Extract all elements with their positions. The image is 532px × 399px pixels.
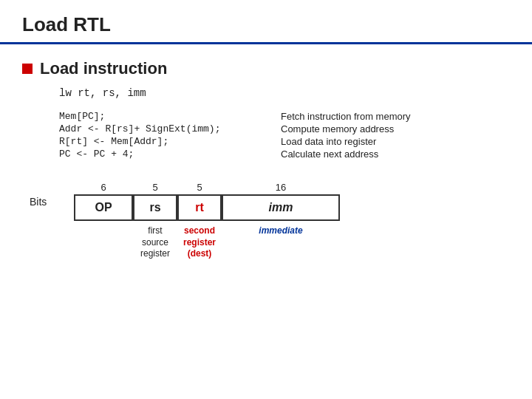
rt-label: second register (dest) <box>177 225 222 260</box>
main-content: Load instruction lw rt, rs, imm Mem[PC];… <box>0 59 532 260</box>
rt-label-line1: second <box>184 225 215 236</box>
rs-label-line3: register <box>140 248 170 259</box>
rt-label-line2: register <box>183 237 216 248</box>
rs-bit-group: 5 rs <box>133 182 177 221</box>
op-label-spacer <box>74 225 133 260</box>
op-bit-group: 6 OP <box>74 182 133 221</box>
bit-numbers-row: Bits 6 OP 5 rs 5 rt 16 imm <box>30 182 510 221</box>
bits-label: Bits <box>30 196 74 208</box>
instruction-diagram: Bits 6 OP 5 rs 5 rt 16 imm <box>30 182 510 260</box>
imm-field: imm <box>222 194 340 221</box>
imm-bit-group: 16 imm <box>222 182 340 221</box>
title-divider <box>0 42 532 44</box>
imm-bits: 16 <box>276 182 286 193</box>
rtl-desc-3: Load data into register <box>281 136 510 147</box>
rtl-code-2: Addr <- R[rs]+ SignExt(imm); <box>59 123 281 134</box>
rtl-code-4: PC <- PC + 4; <box>59 149 281 160</box>
rtl-table: Mem[PC]; Fetch instruction from memory A… <box>59 111 510 160</box>
rt-label-line3: (dest) <box>188 248 212 259</box>
imm-label-line1: immediate <box>259 225 302 236</box>
section-header: Load instruction <box>22 59 510 78</box>
rs-label-line1: first <box>148 225 162 236</box>
op-field: OP <box>74 194 133 221</box>
code-line: lw rt, rs, imm <box>59 87 510 99</box>
rtl-code-3: R[rt] <- Mem[Addr]; <box>59 136 281 147</box>
bullet-icon <box>22 64 33 74</box>
rs-bits: 5 <box>152 182 157 193</box>
rt-bit-group: 5 rt <box>177 182 222 221</box>
rtl-desc-2: Compute memory address <box>281 123 510 134</box>
rt-field: rt <box>177 194 222 221</box>
page-title: Load RTL <box>0 0 532 42</box>
rs-label: first source register <box>133 225 177 260</box>
rtl-desc-1: Fetch instruction from memory <box>281 111 510 122</box>
rs-field: rs <box>133 194 177 221</box>
op-bits: 6 <box>100 182 106 193</box>
rs-label-line2: source <box>142 237 168 248</box>
rt-bits: 5 <box>197 182 202 193</box>
rtl-desc-4: Calculate next address <box>281 149 510 160</box>
section-title: Load instruction <box>40 59 167 78</box>
rtl-code-1: Mem[PC]; <box>59 111 281 122</box>
field-labels-row: first source register second register (d… <box>30 225 510 260</box>
labels-spacer <box>30 225 74 260</box>
bit-numbers: 6 OP 5 rs 5 rt 16 imm <box>74 182 340 221</box>
imm-label: immediate <box>222 225 340 260</box>
